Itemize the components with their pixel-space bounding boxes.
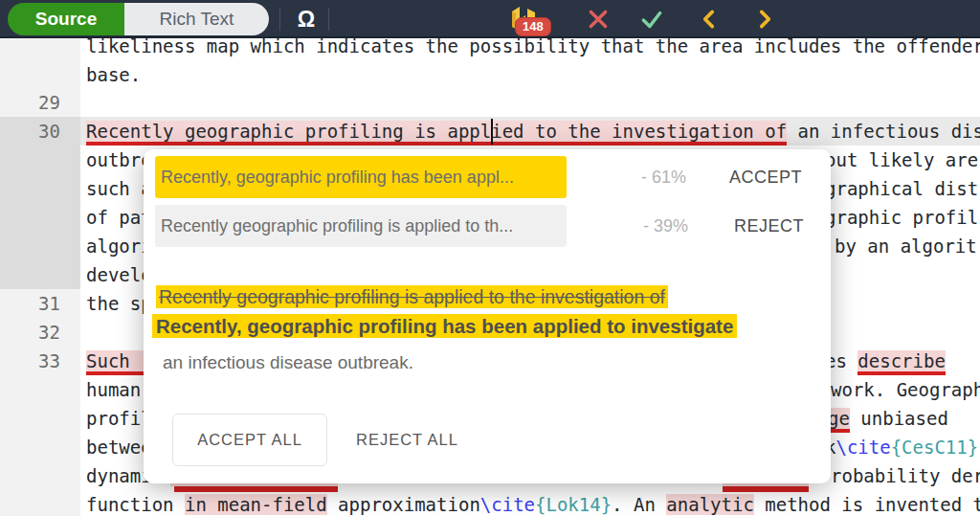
code-line: outbre [86,146,152,174]
accept-all-button[interactable]: ACCEPT ALL [172,414,327,466]
latex-argument: {Lok14} [535,494,612,515]
accept-all-icon[interactable] [639,7,664,32]
suggestion-1-confidence: - 61% [641,156,686,198]
mode-toggle: Source Rich Text [8,3,269,35]
code-fragment: ge unbiased [828,404,948,433]
symbol-palette-button[interactable]: Ω [290,0,323,38]
toolbar-divider [328,8,329,31]
code-line-30: Recently geographic profiling is applied… [86,117,980,146]
line-number: 32 [0,318,60,347]
text-cursor [491,119,493,145]
suggestion-2-confidence: - 39% [643,205,688,247]
line-number: 33 [0,347,60,375]
grammar-error-highlight: Recently geographic profiling is applied… [86,121,787,142]
next-suggestion-icon[interactable] [752,7,777,32]
suggestion-1-text[interactable]: Recently, geographic profiling has been … [161,156,514,198]
code-text: . An [612,494,666,515]
code-fragment: robability der [831,461,980,490]
editor-toolbar: Source Rich Text Ω 148 [0,0,980,38]
code-fragment: out likely are [825,146,978,174]
code-line: such a [86,174,152,203]
diff-added-span: Recently, geographic profiling has been … [152,314,737,338]
rich-text-mode-button[interactable]: Rich Text [124,3,269,35]
code-line-33: Such r [86,347,152,375]
grammar-error-highlight: ge [828,408,850,429]
code-fragment: by an algorit [835,232,977,260]
code-line: of pat [86,203,152,232]
code-text: approximation [327,494,480,515]
diff-removed-text: Recently geographic profiling is applied… [156,283,668,310]
suggestion-2-text[interactable]: Recently geographic profiling is applied… [161,205,513,247]
line-number: 29 [0,88,60,117]
code-line: dynami [86,461,152,490]
reject-all-icon[interactable] [586,7,611,32]
line-number: 31 [0,289,60,318]
source-mode-button[interactable]: Source [8,3,124,35]
code-text: method is invented t [754,494,980,515]
reject-all-button[interactable]: REJECT ALL [356,414,458,466]
suggestion-popup: Recently, geographic profiling has been … [144,149,831,483]
accept-button[interactable]: ACCEPT [729,156,802,198]
code-fragment: graphic profil [825,203,978,232]
code-fragment: es describe [825,347,946,375]
line-number: 30 [0,117,60,146]
code-line: betwee [86,433,152,461]
suggestion-count-badge: 148 [515,17,551,36]
code-text: unbiased [850,408,948,429]
grammar-error-highlight: in mean-field [185,494,327,515]
diff-context-text: an infectious disease outbreak. [163,348,413,377]
diff-removed-span: Recently geographic profiling is applied… [156,285,668,308]
code-text: function [86,494,185,515]
code-line: develo [86,260,152,289]
code-line: base. [86,60,141,89]
code-line: algori [86,232,152,260]
latex-command: \cite [835,437,890,458]
code-fragment: k\cite{CesC11} [825,433,978,461]
code-fragment: graphical dist [825,174,978,203]
code-line: profil [86,404,152,433]
code-line: human- [86,375,152,404]
app-window: 29 30 31 32 33 likeliness map which indi… [0,0,980,516]
code-text: an infectious dis [787,121,980,142]
previous-suggestion-icon[interactable] [697,7,722,32]
grammar-error-highlight: Such r [86,350,152,371]
latex-argument: {CesC11} [891,437,979,458]
code-line: function in mean-field approximation\cit… [86,490,980,516]
diff-added-text: Recently, geographic profiling has been … [152,311,737,342]
code-fragment: work. Geograph [831,375,980,404]
reject-button[interactable]: REJECT [734,205,804,247]
code-line: the sp [86,289,152,318]
grammar-error-highlight: describe [858,350,946,371]
toolbar-divider [279,8,280,31]
latex-command: \cite [480,494,535,515]
grammar-error-highlight: analytic [666,494,754,515]
